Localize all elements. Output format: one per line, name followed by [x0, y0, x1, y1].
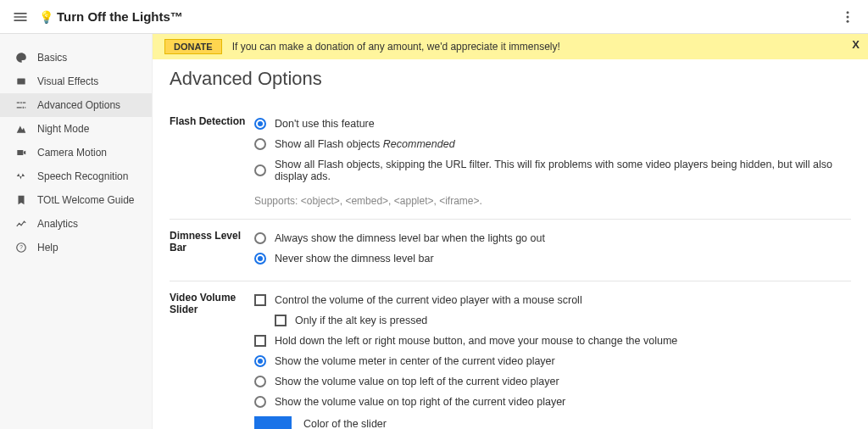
- radio-icon[interactable]: [254, 253, 266, 265]
- flash-opt-2[interactable]: Show all Flash objects Recommended: [254, 134, 851, 154]
- option-label: Only if the alt key is pressed: [295, 315, 427, 326]
- sidebar-item-visual-effects[interactable]: Visual Effects: [0, 70, 152, 93]
- donate-banner: DONATE If you can make a donation of any…: [153, 34, 868, 59]
- sidebar-item-label: Visual Effects: [37, 75, 98, 87]
- volume-opt-topright[interactable]: Show the volume value on top right of th…: [254, 392, 851, 412]
- section-volume: Video Volume Slider Control the volume o…: [170, 281, 851, 429]
- sidebar-item-advanced-options[interactable]: Advanced Options: [0, 93, 152, 117]
- close-icon[interactable]: X: [852, 38, 860, 51]
- color-label: Color of the slider: [303, 418, 387, 429]
- sidebar-item-speech[interactable]: Speech Recognition: [0, 164, 152, 188]
- mountain-icon: [14, 123, 29, 135]
- main-panel: DONATE If you can make a donation of any…: [153, 34, 868, 429]
- flash-supports-hint: Supports: <object>, <embed>, <applet>, <…: [254, 195, 851, 207]
- option-label: Show the volume meter in center of the c…: [275, 355, 555, 367]
- sidebar-item-label: Basics: [37, 52, 67, 64]
- donate-button[interactable]: DONATE: [164, 39, 222, 54]
- radio-icon[interactable]: [254, 164, 266, 176]
- section-dimness: Dimness Level Bar Always show the dimnes…: [170, 219, 851, 281]
- volume-opt-scroll[interactable]: Control the volume of the current video …: [254, 290, 851, 310]
- svg-point-2: [847, 20, 849, 22]
- volume-opt-center[interactable]: Show the volume meter in center of the c…: [254, 351, 851, 371]
- svg-text:?: ?: [19, 244, 23, 250]
- volume-opt-hold[interactable]: Hold down the left or right mouse button…: [254, 331, 851, 351]
- square-icon: [14, 75, 29, 87]
- app-title: 💡 Turn Off the Lights™: [39, 9, 183, 24]
- donate-text: If you can make a donation of any amount…: [232, 41, 560, 53]
- radio-icon[interactable]: [254, 138, 266, 150]
- flash-opt-3[interactable]: Show all Flash objects, skipping the URL…: [254, 154, 851, 187]
- sidebar-item-night-mode[interactable]: Night Mode: [0, 117, 152, 141]
- chart-icon: [14, 218, 29, 230]
- sidebar-item-label: Night Mode: [37, 123, 89, 135]
- dimness-opt-2[interactable]: Never show the dimness level bar: [254, 248, 851, 269]
- color-swatch[interactable]: [254, 416, 292, 429]
- radio-icon[interactable]: [254, 232, 266, 244]
- option-label: Always show the dimness level bar when t…: [275, 232, 545, 244]
- sidebar-item-welcome[interactable]: TOtL Welcome Guide: [0, 188, 152, 212]
- sidebar-item-label: Camera Motion: [37, 147, 107, 159]
- svg-point-0: [847, 11, 849, 14]
- option-label: Show all Flash objects, skipping the URL…: [275, 159, 851, 182]
- option-label: Control the volume of the current video …: [275, 294, 582, 306]
- wave-icon: [14, 170, 29, 182]
- checkbox-icon[interactable]: [254, 335, 266, 347]
- app-title-text: Turn Off the Lights™: [57, 9, 183, 24]
- sidebar-item-camera-motion[interactable]: Camera Motion: [0, 141, 152, 164]
- svg-rect-3: [17, 79, 25, 85]
- bookmark-icon: [14, 194, 29, 206]
- sidebar-item-analytics[interactable]: Analytics: [0, 212, 152, 236]
- volume-opt-altkey[interactable]: Only if the alt key is pressed: [254, 310, 851, 331]
- checkbox-icon[interactable]: [275, 315, 287, 326]
- page-title: Advanced Options: [170, 68, 851, 90]
- help-icon: ?: [14, 242, 29, 254]
- dimness-opt-1[interactable]: Always show the dimness level bar when t…: [254, 228, 851, 248]
- radio-icon[interactable]: [254, 396, 266, 408]
- top-bar: 💡 Turn Off the Lights™: [0, 0, 868, 34]
- section-heading: Flash Detection: [170, 114, 254, 207]
- camera-icon: [14, 147, 29, 159]
- section-heading: Video Volume Slider: [170, 290, 254, 429]
- radio-icon[interactable]: [254, 355, 266, 367]
- sidebar: Basics Visual Effects Advanced Options N…: [0, 34, 153, 429]
- sidebar-item-label: Advanced Options: [37, 99, 120, 111]
- sidebar-item-basics[interactable]: Basics: [0, 46, 152, 70]
- sidebar-item-label: Analytics: [37, 218, 78, 230]
- flash-opt-1[interactable]: Don't use this feature: [254, 114, 851, 134]
- kebab-menu-icon[interactable]: [834, 3, 861, 31]
- svg-point-1: [847, 15, 849, 18]
- section-flash: Flash Detection Don't use this feature S…: [170, 105, 851, 219]
- hamburger-icon[interactable]: [7, 3, 34, 31]
- sidebar-item-label: TOtL Welcome Guide: [37, 194, 135, 206]
- option-label: Hold down the left or right mouse button…: [275, 335, 677, 347]
- sidebar-item-label: Help: [37, 242, 58, 254]
- radio-icon[interactable]: [254, 118, 266, 130]
- sliders-icon: [14, 99, 29, 111]
- option-label: Show all Flash objects Recommended: [275, 138, 455, 150]
- option-label: Show the volume value on top left of the…: [275, 376, 559, 387]
- section-heading: Dimness Level Bar: [170, 228, 254, 269]
- sidebar-item-label: Speech Recognition: [37, 170, 128, 182]
- bulb-icon: 💡: [39, 10, 53, 24]
- volume-color-row: Color of the slider: [254, 412, 851, 429]
- palette-icon: [14, 52, 29, 64]
- sidebar-item-help[interactable]: ? Help: [0, 236, 152, 259]
- volume-opt-topleft[interactable]: Show the volume value on top left of the…: [254, 371, 851, 392]
- radio-icon[interactable]: [254, 376, 266, 387]
- option-label: Never show the dimness level bar: [275, 253, 434, 265]
- option-label: Don't use this feature: [275, 118, 375, 130]
- option-label: Show the volume value on top right of th…: [275, 396, 565, 408]
- checkbox-icon[interactable]: [254, 294, 266, 306]
